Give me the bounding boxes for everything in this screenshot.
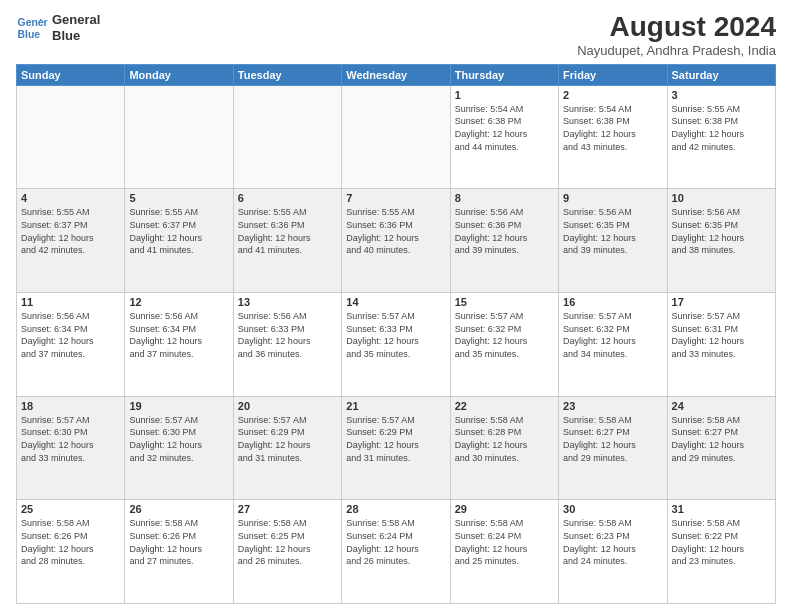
day-info: Sunrise: 5:57 AM Sunset: 6:30 PM Dayligh… — [21, 414, 120, 464]
calendar-cell: 26Sunrise: 5:58 AM Sunset: 6:26 PM Dayli… — [125, 500, 233, 604]
day-number: 20 — [238, 400, 337, 412]
title-block: August 2024 Nayudupet, Andhra Pradesh, I… — [577, 12, 776, 58]
day-info: Sunrise: 5:54 AM Sunset: 6:38 PM Dayligh… — [455, 103, 554, 153]
svg-text:Blue: Blue — [18, 29, 41, 40]
day-number: 2 — [563, 89, 662, 101]
calendar-cell: 3Sunrise: 5:55 AM Sunset: 6:38 PM Daylig… — [667, 85, 775, 189]
calendar-cell: 19Sunrise: 5:57 AM Sunset: 6:30 PM Dayli… — [125, 396, 233, 500]
day-number: 27 — [238, 503, 337, 515]
day-info: Sunrise: 5:58 AM Sunset: 6:24 PM Dayligh… — [346, 517, 445, 567]
day-info: Sunrise: 5:55 AM Sunset: 6:37 PM Dayligh… — [129, 206, 228, 256]
logo-text-line2: Blue — [52, 28, 100, 44]
day-number: 17 — [672, 296, 771, 308]
calendar-header-thursday: Thursday — [450, 64, 558, 85]
day-info: Sunrise: 5:55 AM Sunset: 6:36 PM Dayligh… — [346, 206, 445, 256]
day-number: 26 — [129, 503, 228, 515]
day-info: Sunrise: 5:56 AM Sunset: 6:35 PM Dayligh… — [672, 206, 771, 256]
day-info: Sunrise: 5:54 AM Sunset: 6:38 PM Dayligh… — [563, 103, 662, 153]
day-number: 28 — [346, 503, 445, 515]
calendar-header-tuesday: Tuesday — [233, 64, 341, 85]
calendar-cell: 10Sunrise: 5:56 AM Sunset: 6:35 PM Dayli… — [667, 189, 775, 293]
calendar-cell — [342, 85, 450, 189]
day-number: 1 — [455, 89, 554, 101]
calendar-cell: 5Sunrise: 5:55 AM Sunset: 6:37 PM Daylig… — [125, 189, 233, 293]
day-info: Sunrise: 5:56 AM Sunset: 6:34 PM Dayligh… — [21, 310, 120, 360]
calendar-cell: 29Sunrise: 5:58 AM Sunset: 6:24 PM Dayli… — [450, 500, 558, 604]
day-number: 18 — [21, 400, 120, 412]
header: General Blue General Blue August 2024 Na… — [16, 12, 776, 58]
day-info: Sunrise: 5:58 AM Sunset: 6:24 PM Dayligh… — [455, 517, 554, 567]
calendar-cell: 14Sunrise: 5:57 AM Sunset: 6:33 PM Dayli… — [342, 293, 450, 397]
calendar-cell: 9Sunrise: 5:56 AM Sunset: 6:35 PM Daylig… — [559, 189, 667, 293]
day-number: 16 — [563, 296, 662, 308]
day-number: 24 — [672, 400, 771, 412]
day-info: Sunrise: 5:57 AM Sunset: 6:29 PM Dayligh… — [238, 414, 337, 464]
day-number: 22 — [455, 400, 554, 412]
logo-text-line1: General — [52, 12, 100, 28]
day-info: Sunrise: 5:55 AM Sunset: 6:37 PM Dayligh… — [21, 206, 120, 256]
calendar-week-row: 25Sunrise: 5:58 AM Sunset: 6:26 PM Dayli… — [17, 500, 776, 604]
calendar-cell: 8Sunrise: 5:56 AM Sunset: 6:36 PM Daylig… — [450, 189, 558, 293]
day-info: Sunrise: 5:56 AM Sunset: 6:33 PM Dayligh… — [238, 310, 337, 360]
day-number: 30 — [563, 503, 662, 515]
day-number: 31 — [672, 503, 771, 515]
calendar-cell: 30Sunrise: 5:58 AM Sunset: 6:23 PM Dayli… — [559, 500, 667, 604]
day-info: Sunrise: 5:56 AM Sunset: 6:36 PM Dayligh… — [455, 206, 554, 256]
calendar-cell: 23Sunrise: 5:58 AM Sunset: 6:27 PM Dayli… — [559, 396, 667, 500]
day-info: Sunrise: 5:58 AM Sunset: 6:28 PM Dayligh… — [455, 414, 554, 464]
calendar-cell: 11Sunrise: 5:56 AM Sunset: 6:34 PM Dayli… — [17, 293, 125, 397]
calendar-cell: 25Sunrise: 5:58 AM Sunset: 6:26 PM Dayli… — [17, 500, 125, 604]
calendar-header-wednesday: Wednesday — [342, 64, 450, 85]
day-number: 7 — [346, 192, 445, 204]
calendar-cell: 4Sunrise: 5:55 AM Sunset: 6:37 PM Daylig… — [17, 189, 125, 293]
day-info: Sunrise: 5:58 AM Sunset: 6:26 PM Dayligh… — [21, 517, 120, 567]
day-number: 29 — [455, 503, 554, 515]
page: General Blue General Blue August 2024 Na… — [0, 0, 792, 612]
day-info: Sunrise: 5:56 AM Sunset: 6:34 PM Dayligh… — [129, 310, 228, 360]
calendar-header-sunday: Sunday — [17, 64, 125, 85]
day-number: 14 — [346, 296, 445, 308]
day-info: Sunrise: 5:58 AM Sunset: 6:27 PM Dayligh… — [563, 414, 662, 464]
calendar-cell: 17Sunrise: 5:57 AM Sunset: 6:31 PM Dayli… — [667, 293, 775, 397]
calendar-cell: 27Sunrise: 5:58 AM Sunset: 6:25 PM Dayli… — [233, 500, 341, 604]
day-info: Sunrise: 5:57 AM Sunset: 6:31 PM Dayligh… — [672, 310, 771, 360]
calendar-cell — [125, 85, 233, 189]
calendar-cell: 24Sunrise: 5:58 AM Sunset: 6:27 PM Dayli… — [667, 396, 775, 500]
day-number: 5 — [129, 192, 228, 204]
calendar-week-row: 4Sunrise: 5:55 AM Sunset: 6:37 PM Daylig… — [17, 189, 776, 293]
day-info: Sunrise: 5:57 AM Sunset: 6:30 PM Dayligh… — [129, 414, 228, 464]
calendar-cell: 18Sunrise: 5:57 AM Sunset: 6:30 PM Dayli… — [17, 396, 125, 500]
month-title: August 2024 — [577, 12, 776, 43]
calendar-cell: 13Sunrise: 5:56 AM Sunset: 6:33 PM Dayli… — [233, 293, 341, 397]
day-number: 3 — [672, 89, 771, 101]
calendar-cell: 2Sunrise: 5:54 AM Sunset: 6:38 PM Daylig… — [559, 85, 667, 189]
day-info: Sunrise: 5:58 AM Sunset: 6:27 PM Dayligh… — [672, 414, 771, 464]
day-info: Sunrise: 5:55 AM Sunset: 6:36 PM Dayligh… — [238, 206, 337, 256]
calendar-cell: 20Sunrise: 5:57 AM Sunset: 6:29 PM Dayli… — [233, 396, 341, 500]
calendar-week-row: 11Sunrise: 5:56 AM Sunset: 6:34 PM Dayli… — [17, 293, 776, 397]
day-number: 21 — [346, 400, 445, 412]
day-number: 6 — [238, 192, 337, 204]
day-number: 13 — [238, 296, 337, 308]
day-number: 9 — [563, 192, 662, 204]
calendar-cell: 7Sunrise: 5:55 AM Sunset: 6:36 PM Daylig… — [342, 189, 450, 293]
day-info: Sunrise: 5:58 AM Sunset: 6:25 PM Dayligh… — [238, 517, 337, 567]
day-info: Sunrise: 5:58 AM Sunset: 6:23 PM Dayligh… — [563, 517, 662, 567]
calendar-cell — [17, 85, 125, 189]
day-info: Sunrise: 5:57 AM Sunset: 6:33 PM Dayligh… — [346, 310, 445, 360]
calendar-cell: 15Sunrise: 5:57 AM Sunset: 6:32 PM Dayli… — [450, 293, 558, 397]
calendar-cell: 28Sunrise: 5:58 AM Sunset: 6:24 PM Dayli… — [342, 500, 450, 604]
day-info: Sunrise: 5:56 AM Sunset: 6:35 PM Dayligh… — [563, 206, 662, 256]
day-info: Sunrise: 5:58 AM Sunset: 6:22 PM Dayligh… — [672, 517, 771, 567]
day-info: Sunrise: 5:57 AM Sunset: 6:32 PM Dayligh… — [455, 310, 554, 360]
calendar-cell: 6Sunrise: 5:55 AM Sunset: 6:36 PM Daylig… — [233, 189, 341, 293]
day-info: Sunrise: 5:58 AM Sunset: 6:26 PM Dayligh… — [129, 517, 228, 567]
logo-icon: General Blue — [16, 12, 48, 44]
calendar-cell: 21Sunrise: 5:57 AM Sunset: 6:29 PM Dayli… — [342, 396, 450, 500]
svg-text:General: General — [18, 17, 48, 28]
day-number: 8 — [455, 192, 554, 204]
calendar-cell: 16Sunrise: 5:57 AM Sunset: 6:32 PM Dayli… — [559, 293, 667, 397]
day-number: 15 — [455, 296, 554, 308]
logo: General Blue General Blue — [16, 12, 100, 44]
calendar-header-friday: Friday — [559, 64, 667, 85]
